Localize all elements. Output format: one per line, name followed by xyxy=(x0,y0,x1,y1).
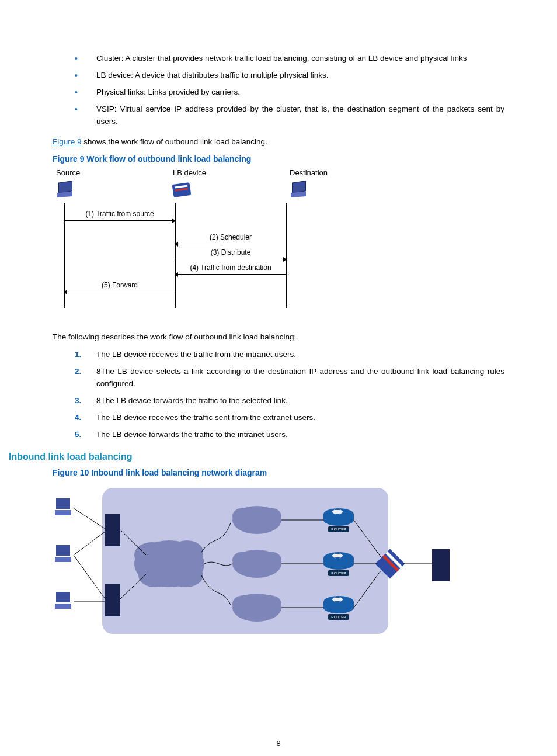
msg-4: (4) Traffic from destination xyxy=(175,263,286,272)
lb-device-icon xyxy=(172,182,192,197)
server-1-icon xyxy=(105,514,120,546)
bullet-physical-links: Physical links: Links provided by carrie… xyxy=(70,86,504,99)
msg-3: (3) Distribute xyxy=(175,248,286,256)
svg-point-23 xyxy=(258,552,281,568)
msg-2: (2) Scheduler xyxy=(175,233,286,241)
step-3: 8The LB device forwards the traffic to t… xyxy=(70,395,504,407)
client-pc-1-icon xyxy=(55,498,71,515)
svg-text:ROUTER: ROUTER xyxy=(331,571,346,575)
svg-rect-6 xyxy=(55,604,71,609)
carrier-cloud-2-icon xyxy=(232,550,281,578)
lifeline-dest xyxy=(286,203,287,308)
step-5: The LB device forwards the traffic to th… xyxy=(70,429,504,441)
destination-pc-icon xyxy=(290,182,308,198)
svg-line-7 xyxy=(74,508,105,529)
client-pc-2-icon xyxy=(55,545,71,562)
figure-9-caption: Figure 9 Work flow of outbound link load… xyxy=(53,154,504,164)
arrow-1 xyxy=(64,220,175,221)
svg-point-26 xyxy=(258,595,281,612)
internal-cloud-icon xyxy=(134,540,204,587)
bullet-cluster: Cluster: A cluster that provides network… xyxy=(70,53,504,65)
svg-rect-5 xyxy=(56,592,70,602)
arrow-2 xyxy=(175,244,222,244)
figure-9-link[interactable]: Figure 9 xyxy=(53,137,82,146)
source-pc-icon xyxy=(56,182,75,198)
figure-10: ROUTER ROUTER ROUTER ROUTER xyxy=(53,482,461,642)
svg-text:ROUTER: ROUTER xyxy=(331,528,346,531)
section-inbound-heading: Inbound link load balancing xyxy=(9,452,504,462)
page-number: 8 xyxy=(0,739,557,748)
svg-point-15 xyxy=(168,564,203,587)
fig9-col-lbdevice: LB device xyxy=(173,168,290,177)
figure-10-caption: Figure 10 Inbound link load balancing ne… xyxy=(53,468,504,477)
carrier-cloud-1-icon xyxy=(232,506,281,534)
svg-point-19 xyxy=(232,508,256,524)
step-1: The LB device receives the traffic from … xyxy=(70,349,504,361)
client-pc-3-icon xyxy=(55,592,71,609)
bullet-lb-device: LB device: A device that distributes tra… xyxy=(70,70,504,82)
arrow-3 xyxy=(175,259,286,259)
workflow-steps: The LB device receives the traffic from … xyxy=(53,349,504,441)
bullet-vsip: VSIP: Virtual service IP address provide… xyxy=(70,103,504,128)
carrier-cloud-3-icon xyxy=(232,594,281,622)
svg-line-8 xyxy=(74,532,105,555)
arrow-5 xyxy=(64,292,175,292)
svg-rect-2 xyxy=(55,510,71,515)
workflow-intro: The following describes the work flow of… xyxy=(53,331,504,344)
msg-1: (1) Traffic from source xyxy=(64,210,175,218)
figure-9: Source LB device Destination (1) Traffic… xyxy=(53,168,504,314)
step-4: The LB device receives the traffic sent … xyxy=(70,412,504,424)
svg-point-14 xyxy=(138,564,171,587)
intro-paragraph: Figure 9 shows the work flow of outbound… xyxy=(53,136,504,148)
svg-point-25 xyxy=(232,595,256,612)
step-2: 8The LB device selects a link according … xyxy=(70,366,504,390)
arrow-4 xyxy=(175,274,286,275)
svg-rect-1 xyxy=(56,498,70,509)
definition-list: Cluster: A cluster that provides network… xyxy=(53,53,504,128)
svg-point-20 xyxy=(258,508,281,524)
msg-5: (5) Forward xyxy=(64,281,175,289)
svg-rect-3 xyxy=(56,545,70,556)
server-2-icon xyxy=(105,584,120,616)
fig9-col-source: Source xyxy=(53,168,173,177)
svg-rect-4 xyxy=(55,557,71,562)
fig9-col-destination: Destination xyxy=(290,168,406,177)
svg-point-13 xyxy=(170,540,203,564)
intro-rest: shows the work flow of outbound link loa… xyxy=(82,137,267,146)
external-server-icon xyxy=(432,549,450,581)
svg-line-9 xyxy=(74,555,105,599)
svg-point-22 xyxy=(232,552,256,568)
svg-text:ROUTER: ROUTER xyxy=(331,615,346,619)
